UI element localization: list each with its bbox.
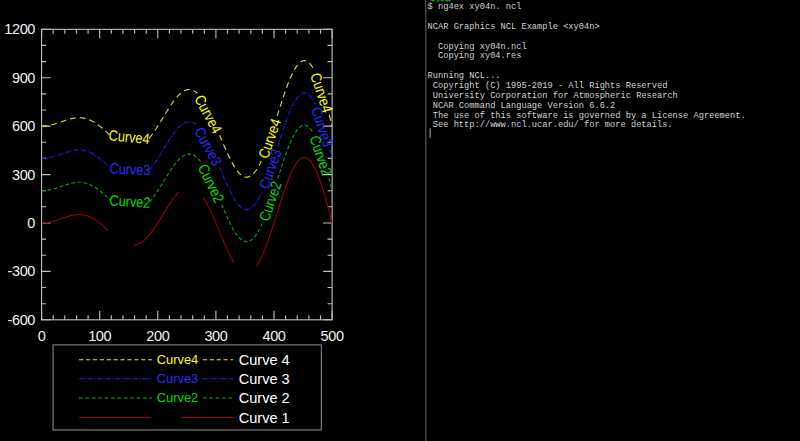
svg-text:-300: -300 [8, 263, 36, 279]
svg-text:900: 900 [12, 70, 35, 86]
svg-text:300: 300 [204, 328, 227, 344]
svg-text:600: 600 [12, 118, 35, 134]
svg-text:100: 100 [88, 328, 111, 344]
svg-text:$ ng4ex xy04n. ncl: $ ng4ex xy04n. ncl [428, 2, 522, 12]
svg-text:400: 400 [263, 328, 286, 344]
svg-text:Curve4: Curve4 [108, 126, 150, 147]
svg-text:Curve 2: Curve 2 [239, 390, 290, 406]
svg-text:Copying xy04n.ncl: Copying xy04n.ncl [428, 42, 527, 52]
svg-text:1200: 1200 [4, 21, 35, 37]
svg-text:Curve2: Curve2 [157, 391, 199, 405]
svg-text:Copying xy04.res: Copying xy04.res [428, 51, 522, 61]
svg-text:Curve 4: Curve 4 [239, 352, 290, 368]
svg-text:Curve 3: Curve 3 [239, 371, 290, 387]
svg-text:See http://www.ncl.ucar.edu/ f: See http://www.ncl.ucar.edu/ for more de… [428, 120, 673, 130]
svg-text:Curve3: Curve3 [157, 372, 199, 386]
svg-text:Curve4: Curve4 [157, 353, 199, 367]
svg-text:-600: -600 [8, 312, 36, 328]
svg-text:300: 300 [12, 167, 35, 183]
svg-text:University Corporation for Atm: University Corporation for Atmospheric R… [428, 91, 678, 101]
svg-text:Curve 1: Curve 1 [239, 410, 290, 426]
svg-text:Copyright (C) 1995-2019 - All: Copyright (C) 1995-2019 - All Rights Res… [428, 81, 668, 91]
svg-text:NCAR Command Language Version: NCAR Command Language Version 6.6.2 [428, 101, 616, 111]
svg-text:Curve3: Curve3 [109, 159, 151, 178]
svg-text:The use of this software is go: The use of this software is governed by … [428, 111, 746, 121]
svg-text:Running NCL...: Running NCL... [428, 71, 501, 81]
svg-text:200: 200 [146, 328, 169, 344]
svg-text:Curve2: Curve2 [109, 192, 151, 211]
svg-text:500: 500 [321, 328, 344, 344]
svg-text:0: 0 [27, 215, 35, 231]
svg-text:NCAR Graphics NCL Example <xy0: NCAR Graphics NCL Example <xy04n> [428, 22, 600, 32]
svg-text:0: 0 [38, 328, 46, 344]
